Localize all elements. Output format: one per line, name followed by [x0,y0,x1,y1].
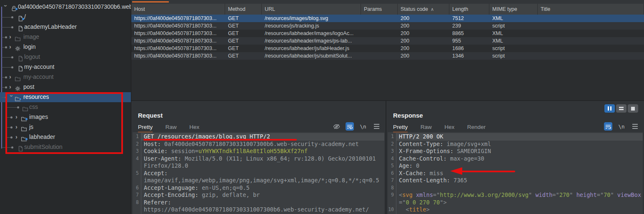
table-row[interactable]: https://0af400de04507871807303...GET/res… [131,37,644,45]
table-row[interactable]: https://0af400de04507871807303...GET/res… [131,22,644,30]
tree-item-label: academyLabHeader [24,23,77,30]
line-number: 1 [133,133,141,141]
column-header-title[interactable]: Title [538,4,644,15]
line-number: 5 [133,170,141,177]
tree-item-academylabheader[interactable]: academyLabHeader [0,22,131,32]
cell-method: GET [225,30,262,37]
line-number: 10 [388,206,396,214]
line-content: Host: 0af400de0450787180730331007300b6.w… [141,141,384,148]
column-header-status-code[interactable]: Status code∧ [398,4,449,15]
line-content [396,184,643,192]
table-row[interactable]: https://0af400de04507871807303...GET/res… [131,30,644,37]
tree-item-login[interactable]: ›login [0,42,131,52]
tree-item-my-account[interactable]: ›my-account [0,72,131,82]
tree-item-post[interactable]: ›post [0,82,131,92]
line-number [133,162,141,170]
tree-item-0af400de0450787180730331007300b6-web-s[interactable]: ›0af400de0450787180730331007300b6.web-s [0,2,131,12]
tree-item-logout[interactable]: logout [0,52,131,62]
line-content: Accept: [141,170,384,177]
syntax-segment: 0 [416,162,419,169]
sitemap-tree-pane: ›0af400de0450787180730331007300b6.web-s/… [0,0,131,214]
editor-line: 6Accept-Language: en-US,en;q=0.5 [133,184,384,192]
column-header-method[interactable]: Method [225,4,262,15]
newline-icon[interactable]: \n [359,122,367,131]
editor-line: 5Accept: [133,170,384,177]
response-editor[interactable]: 1HTTP/2 200 OK2Content-Type: image/svg+x… [388,132,643,214]
tree-item-image[interactable]: ›image [0,32,131,42]
cell-url: /resources/labheader/js/submitSolut... [262,52,361,60]
column-header-mime-type[interactable]: MIME type [489,4,538,15]
table-row[interactable]: https://0af400de04507871807303...GET/res… [131,15,644,22]
expand-icon[interactable]: › [9,73,14,80]
tree-node-dot [11,26,13,28]
tree-node-dot [5,46,7,48]
expand-icon[interactable]: › [9,43,14,50]
line-number [388,199,396,206]
line-number: 8 [388,184,396,192]
pause-button[interactable] [604,104,615,113]
line-number: 1 [388,133,396,141]
syntax-segment: 70 [604,191,610,198]
table-row[interactable]: https://0af400de04507871807303...GET/res… [131,45,644,52]
column-header-length[interactable]: Length [449,4,489,15]
word-wrap-icon[interactable] [604,122,612,131]
tab-render[interactable]: Render [467,124,486,132]
tab-raw[interactable]: Raw [165,124,177,132]
tree-node-dot [11,16,13,18]
editor-line: 2Content-Type: image/svg+xml [388,141,643,148]
file-icon-glyph [18,65,24,72]
collapse-icon[interactable]: › [3,5,9,10]
tab-raw[interactable]: Raw [421,124,432,132]
response-editor-lines: 1HTTP/2 200 OK2Content-Type: image/svg+x… [388,133,643,214]
gear-icon-glyph [15,86,21,92]
cell-method: GET [225,15,262,22]
syntax-segment: < [399,206,409,213]
message-editor-panels: Request Pretty Raw Hex \n [131,100,644,214]
cell-params [361,45,398,52]
tree-item-label: login [23,43,36,50]
tree-connector [2,27,11,28]
gear-icon [15,84,21,90]
cell-params [361,52,398,60]
tree-connector [2,97,5,98]
syntax-segment: image/svg+xml [447,141,491,147]
line-number: 6 [133,184,141,192]
stop-button[interactable] [628,104,638,113]
tree-item--[interactable]: / [0,12,131,22]
cell-status: 200 [398,30,449,37]
tab-hex[interactable]: Hex [444,124,454,132]
word-wrap-icon[interactable] [346,122,354,131]
cell-host: https://0af400de04507871807303... [131,30,225,37]
annotation-red-arrow [462,171,515,172]
menu-icon[interactable] [631,122,639,131]
request-editor-toolbar: \n [332,122,381,131]
file-icon [18,14,24,20]
tab-pretty[interactable]: Pretty [393,124,408,133]
tab-pretty[interactable]: Pretty [138,124,153,133]
column-header-params[interactable]: Params [361,4,398,15]
editor-line: 6X-Cache: miss [388,170,643,177]
syntax-segment: User-Agent: [144,155,185,162]
syntax-segment: < [399,191,402,198]
response-panel: Response Pretty Raw Hex Render \n 1HTTP/… [386,101,644,214]
request-view-tabs: Pretty Raw Hex [138,123,210,133]
tree-connector [2,47,5,48]
newline-icon[interactable]: \n [617,122,626,131]
cell-mime: script [489,45,538,52]
cell-url: /resources/images/blog.svg [262,15,361,22]
line-number [133,177,141,184]
column-header-url[interactable]: URL [262,4,361,15]
table-row[interactable]: https://0af400de04507871807303...GET/res… [131,52,644,60]
eye-off-icon[interactable] [332,122,341,131]
cell-title [538,15,644,22]
tab-hex[interactable]: Hex [189,124,199,132]
expand-icon[interactable]: › [9,33,14,40]
request-editor[interactable]: 1GET /resources/images/blog.svg HTTP/22H… [133,132,384,214]
editor-line: 2Host: 0af400de0450787180730331007300b6.… [133,141,384,148]
cell-title [538,37,644,45]
column-header-host[interactable]: Host [131,4,225,15]
horizontal-split-button[interactable] [616,104,626,113]
tree-item-my-account[interactable]: my-account [0,62,131,72]
expand-icon[interactable]: › [9,83,14,90]
menu-icon[interactable] [372,122,381,131]
